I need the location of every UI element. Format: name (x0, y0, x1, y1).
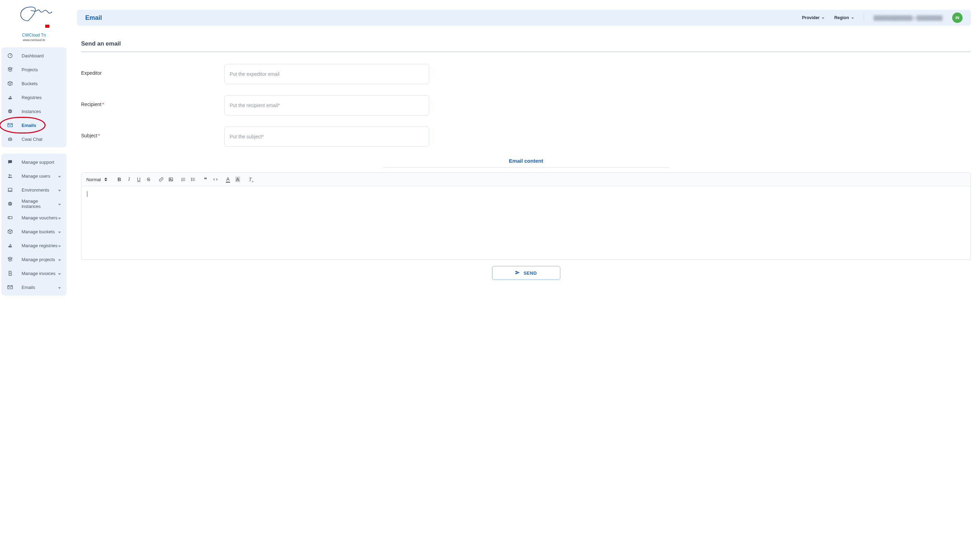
svg-rect-8 (8, 188, 12, 190)
stack-icon (7, 67, 13, 73)
sidebar-item-manage-support[interactable]: Manage support (2, 155, 67, 169)
link-button[interactable] (158, 176, 164, 182)
chip-icon (7, 201, 13, 207)
expeditor-label: Expeditor (81, 64, 224, 76)
provider-dropdown[interactable]: Provider (802, 15, 825, 20)
sidebar-item-manage-instances[interactable]: Manage instances (2, 197, 67, 211)
ship-icon (7, 242, 13, 249)
sidebar-item-environments[interactable]: Environments (2, 183, 67, 197)
sidebar-item-label: Environments (22, 187, 49, 193)
envelope-icon (7, 284, 13, 290)
chevron-down-icon (58, 201, 61, 206)
svg-point-14 (191, 178, 192, 178)
page-title: Email (85, 14, 102, 22)
chevron-down-icon (58, 271, 61, 276)
envelope-icon (7, 122, 13, 128)
svg-point-7 (10, 175, 11, 176)
bg-color-button[interactable]: A (235, 176, 241, 182)
sidebar-item-cwai-chat[interactable]: Cwai Chat (2, 132, 67, 146)
region-dropdown[interactable]: Region (834, 15, 854, 20)
sidebar-item-label: Dashboard (22, 53, 44, 59)
rich-editor: Normal B I U S (81, 173, 971, 260)
sidebar-item-admin-emails[interactable]: Emails (2, 280, 67, 294)
svg-rect-1 (9, 110, 11, 113)
text-color-button[interactable]: A (225, 176, 231, 182)
clear-format-button[interactable]: T× (247, 176, 253, 182)
topbar: Email Provider Region ████████████@█████… (77, 10, 971, 26)
chevron-down-icon (58, 243, 61, 248)
stack-icon (7, 256, 13, 262)
caret (87, 191, 88, 197)
bold-button[interactable]: B (116, 176, 123, 182)
blockquote-button[interactable]: ❝ (202, 176, 209, 182)
svg-rect-12 (169, 178, 173, 181)
sidebar-item-projects[interactable]: Projects (2, 63, 67, 76)
ordered-list-button[interactable] (180, 176, 186, 182)
sidebar-item-instances[interactable]: Instances (2, 104, 67, 118)
sidebar-item-label: Instances (22, 109, 41, 114)
brand-logo (15, 4, 53, 24)
ship-icon (7, 94, 13, 100)
editor-body[interactable] (81, 186, 970, 259)
flag-icon (45, 25, 49, 28)
editor-toolbar: Normal B I U S (81, 173, 970, 186)
provider-label: Provider (802, 15, 820, 20)
svg-point-4 (9, 139, 10, 140)
code-button[interactable] (212, 176, 218, 182)
sidebar-item-emails[interactable]: Emails (2, 118, 67, 132)
brand-url: www.cwcloud.tn (0, 38, 68, 42)
sidebar-item-manage-projects[interactable]: Manage projects (2, 252, 67, 267)
subject-label: Subject* (81, 127, 224, 138)
send-button[interactable]: SEND (492, 266, 560, 280)
svg-rect-2 (10, 111, 11, 112)
underline-button[interactable]: U (136, 176, 142, 182)
recipient-label: Recipient* (81, 95, 224, 107)
sidebar-item-manage-vouchers[interactable]: Manage vouchers (2, 211, 67, 225)
expeditor-input[interactable] (224, 64, 429, 84)
laptop-icon (7, 187, 13, 193)
sidebar-item-buckets[interactable]: Buckets (2, 76, 67, 90)
sidebar-item-manage-invoices[interactable]: Manage invoices (2, 267, 67, 280)
box-icon (7, 80, 13, 87)
invoice-icon (7, 270, 13, 276)
send-label: SEND (523, 271, 537, 276)
sidebar-item-label: Manage vouchers (22, 215, 57, 221)
chevron-down-icon (822, 15, 824, 20)
sidebar-item-label: Manage instances (22, 198, 58, 209)
strike-button[interactable]: S (145, 176, 152, 182)
chevron-down-icon (58, 257, 61, 262)
sidebar-item-label: Manage buckets (22, 229, 55, 234)
sidebar-item-manage-registries[interactable]: Manage registries (2, 238, 67, 252)
chevron-down-icon (58, 229, 61, 234)
comment-icon (7, 159, 13, 165)
recipient-input[interactable] (224, 95, 429, 116)
format-dropdown[interactable]: Normal (86, 177, 110, 182)
sidebar-item-label: Manage registries (22, 243, 57, 248)
image-button[interactable] (168, 176, 174, 182)
italic-button[interactable]: I (126, 176, 132, 182)
sidebar-admin-group: Manage support Manage users Environments (2, 154, 67, 295)
chevron-down-icon (58, 215, 61, 221)
chevron-down-icon (58, 187, 61, 193)
sidebar-item-manage-buckets[interactable]: Manage buckets (2, 225, 67, 238)
chevron-down-icon (58, 285, 61, 290)
chevron-down-icon (851, 15, 854, 20)
subject-input[interactable] (224, 127, 429, 147)
sidebar-item-label: Emails (22, 123, 36, 128)
sidebar-item-label: Manage support (22, 160, 54, 165)
avatar[interactable]: IN (952, 13, 963, 23)
content-tab[interactable]: Email content (509, 158, 543, 167)
ticket-icon (7, 214, 13, 221)
user-email: ████████████@████████ (874, 15, 942, 21)
sidebar-item-label: Projects (22, 67, 38, 72)
bullet-list-button[interactable] (190, 176, 196, 182)
brand-product: CWCloud Tn (0, 33, 68, 38)
sidebar-item-dashboard[interactable]: Dashboard (2, 49, 67, 63)
sort-icon (104, 178, 107, 181)
sidebar-item-registries[interactable]: Registries (2, 90, 67, 104)
region-label: Region (834, 15, 849, 20)
sidebar-item-manage-users[interactable]: Manage users (2, 169, 67, 183)
sidebar-item-label: Registries (22, 95, 42, 100)
format-dropdown-label: Normal (86, 177, 101, 182)
bot-icon (7, 136, 13, 142)
